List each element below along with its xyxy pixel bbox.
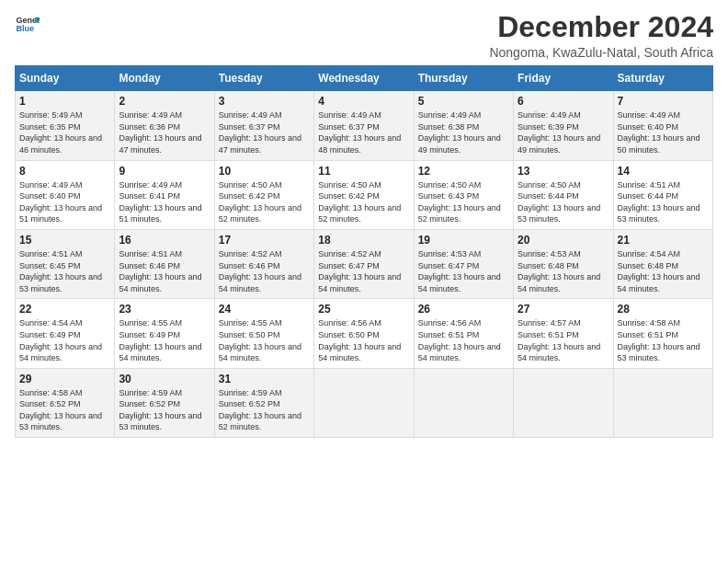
day-number: 1	[19, 95, 110, 108]
day-info: Sunrise: 5:49 AM Sunset: 6:35 PM Dayligh…	[19, 109, 110, 155]
calendar-cell: 19 Sunrise: 4:53 AM Sunset: 6:47 PM Dayl…	[414, 229, 513, 298]
day-number: 10	[219, 165, 310, 178]
day-info: Sunrise: 4:58 AM Sunset: 6:52 PM Dayligh…	[19, 387, 110, 433]
day-info: Sunrise: 4:49 AM Sunset: 6:37 PM Dayligh…	[219, 109, 310, 155]
day-info: Sunrise: 4:54 AM Sunset: 6:48 PM Dayligh…	[618, 248, 709, 294]
day-number: 20	[518, 234, 609, 247]
calendar-cell: 12 Sunrise: 4:50 AM Sunset: 6:43 PM Dayl…	[414, 160, 513, 229]
day-number: 14	[618, 165, 709, 178]
calendar-cell: 2 Sunrise: 4:49 AM Sunset: 6:36 PM Dayli…	[115, 91, 214, 160]
day-number: 16	[119, 234, 210, 247]
logo-icon: General Blue	[15, 11, 40, 37]
day-info: Sunrise: 4:51 AM Sunset: 6:46 PM Dayligh…	[119, 248, 210, 294]
day-number: 8	[19, 165, 110, 178]
day-number: 29	[19, 373, 110, 385]
day-info: Sunrise: 4:59 AM Sunset: 6:52 PM Dayligh…	[219, 387, 310, 433]
calendar-cell: 4 Sunrise: 4:49 AM Sunset: 6:37 PM Dayli…	[314, 91, 414, 160]
day-info: Sunrise: 4:59 AM Sunset: 6:52 PM Dayligh…	[119, 387, 210, 433]
calendar-cell: 29 Sunrise: 4:58 AM Sunset: 6:52 PM Dayl…	[16, 368, 115, 437]
day-info: Sunrise: 4:54 AM Sunset: 6:49 PM Dayligh…	[19, 317, 110, 363]
calendar-cell	[613, 368, 712, 437]
calendar-cell: 8 Sunrise: 4:49 AM Sunset: 6:40 PM Dayli…	[16, 160, 115, 229]
day-info: Sunrise: 4:53 AM Sunset: 6:48 PM Dayligh…	[518, 248, 609, 294]
calendar-week-1: 1 Sunrise: 5:49 AM Sunset: 6:35 PM Dayli…	[16, 91, 713, 160]
day-number: 23	[119, 303, 210, 316]
day-number: 3	[219, 95, 310, 108]
subtitle: Nongoma, KwaZulu-Natal, South Africa	[489, 45, 713, 60]
day-info: Sunrise: 4:49 AM Sunset: 6:37 PM Dayligh…	[318, 109, 409, 155]
day-number: 26	[418, 303, 509, 316]
calendar-cell: 27 Sunrise: 4:57 AM Sunset: 6:51 PM Dayl…	[514, 299, 613, 368]
calendar-cell: 6 Sunrise: 4:49 AM Sunset: 6:39 PM Dayli…	[514, 91, 613, 160]
calendar-cell: 22 Sunrise: 4:54 AM Sunset: 6:49 PM Dayl…	[16, 299, 115, 368]
day-number: 13	[518, 165, 609, 178]
day-info: Sunrise: 4:56 AM Sunset: 6:50 PM Dayligh…	[318, 317, 409, 363]
day-info: Sunrise: 4:56 AM Sunset: 6:51 PM Dayligh…	[418, 317, 509, 363]
calendar-cell: 3 Sunrise: 4:49 AM Sunset: 6:37 PM Dayli…	[214, 91, 313, 160]
day-info: Sunrise: 4:51 AM Sunset: 6:44 PM Dayligh…	[618, 179, 709, 225]
day-number: 9	[119, 165, 210, 178]
day-info: Sunrise: 4:50 AM Sunset: 6:42 PM Dayligh…	[219, 179, 310, 225]
calendar-cell: 20 Sunrise: 4:53 AM Sunset: 6:48 PM Dayl…	[514, 229, 613, 298]
logo: General Blue	[15, 11, 40, 37]
header: General Blue December 2024 Nongoma, KwaZ…	[15, 11, 713, 60]
header-sunday: Sunday	[16, 66, 115, 91]
header-wednesday: Wednesday	[314, 66, 414, 91]
day-number: 11	[318, 165, 409, 178]
calendar-cell	[314, 368, 414, 437]
day-info: Sunrise: 4:51 AM Sunset: 6:45 PM Dayligh…	[19, 248, 110, 294]
day-number: 28	[618, 303, 709, 316]
day-number: 25	[318, 303, 409, 316]
calendar-week-3: 15 Sunrise: 4:51 AM Sunset: 6:45 PM Dayl…	[16, 229, 713, 298]
day-number: 15	[19, 234, 110, 247]
calendar-week-2: 8 Sunrise: 4:49 AM Sunset: 6:40 PM Dayli…	[16, 160, 713, 229]
calendar-cell	[514, 368, 613, 437]
day-number: 4	[318, 95, 409, 108]
calendar-cell: 9 Sunrise: 4:49 AM Sunset: 6:41 PM Dayli…	[115, 160, 214, 229]
header-monday: Monday	[115, 66, 214, 91]
day-number: 6	[518, 95, 609, 108]
calendar-cell: 26 Sunrise: 4:56 AM Sunset: 6:51 PM Dayl…	[414, 299, 513, 368]
day-info: Sunrise: 4:50 AM Sunset: 6:44 PM Dayligh…	[518, 179, 609, 225]
calendar-cell: 16 Sunrise: 4:51 AM Sunset: 6:46 PM Dayl…	[115, 229, 214, 298]
calendar-cell: 7 Sunrise: 4:49 AM Sunset: 6:40 PM Dayli…	[613, 91, 712, 160]
calendar-cell: 11 Sunrise: 4:50 AM Sunset: 6:42 PM Dayl…	[314, 160, 414, 229]
day-number: 5	[418, 95, 509, 108]
calendar-cell: 18 Sunrise: 4:52 AM Sunset: 6:47 PM Dayl…	[314, 229, 414, 298]
day-info: Sunrise: 4:49 AM Sunset: 6:36 PM Dayligh…	[119, 109, 210, 155]
calendar-cell: 5 Sunrise: 4:49 AM Sunset: 6:38 PM Dayli…	[414, 91, 513, 160]
header-saturday: Saturday	[613, 66, 712, 91]
day-number: 17	[219, 234, 310, 247]
day-info: Sunrise: 4:49 AM Sunset: 6:40 PM Dayligh…	[618, 109, 709, 155]
day-number: 19	[418, 234, 509, 247]
calendar-table: Sunday Monday Tuesday Wednesday Thursday…	[15, 65, 713, 438]
calendar-body: 1 Sunrise: 5:49 AM Sunset: 6:35 PM Dayli…	[16, 91, 713, 438]
calendar-week-4: 22 Sunrise: 4:54 AM Sunset: 6:49 PM Dayl…	[16, 299, 713, 368]
day-number: 2	[119, 95, 210, 108]
day-info: Sunrise: 4:49 AM Sunset: 6:41 PM Dayligh…	[119, 179, 210, 225]
calendar-cell: 15 Sunrise: 4:51 AM Sunset: 6:45 PM Dayl…	[16, 229, 115, 298]
day-number: 18	[318, 234, 409, 247]
day-number: 12	[418, 165, 509, 178]
day-number: 21	[618, 234, 709, 247]
header-friday: Friday	[514, 66, 613, 91]
calendar-cell: 30 Sunrise: 4:59 AM Sunset: 6:52 PM Dayl…	[115, 368, 214, 437]
calendar-cell: 24 Sunrise: 4:55 AM Sunset: 6:50 PM Dayl…	[214, 299, 313, 368]
day-info: Sunrise: 4:49 AM Sunset: 6:38 PM Dayligh…	[418, 109, 509, 155]
day-info: Sunrise: 4:58 AM Sunset: 6:51 PM Dayligh…	[618, 317, 709, 363]
calendar-cell	[414, 368, 513, 437]
calendar-cell: 31 Sunrise: 4:59 AM Sunset: 6:52 PM Dayl…	[214, 368, 313, 437]
day-info: Sunrise: 4:55 AM Sunset: 6:49 PM Dayligh…	[119, 317, 210, 363]
calendar-cell: 1 Sunrise: 5:49 AM Sunset: 6:35 PM Dayli…	[16, 91, 115, 160]
day-number: 7	[618, 95, 709, 108]
calendar-cell: 17 Sunrise: 4:52 AM Sunset: 6:46 PM Dayl…	[214, 229, 313, 298]
calendar-cell: 21 Sunrise: 4:54 AM Sunset: 6:48 PM Dayl…	[613, 229, 712, 298]
calendar-cell: 23 Sunrise: 4:55 AM Sunset: 6:49 PM Dayl…	[115, 299, 214, 368]
title-block: December 2024 Nongoma, KwaZulu-Natal, So…	[489, 11, 713, 60]
main-title: December 2024	[489, 11, 713, 43]
day-number: 27	[518, 303, 609, 316]
day-number: 30	[119, 373, 210, 385]
day-info: Sunrise: 4:55 AM Sunset: 6:50 PM Dayligh…	[219, 317, 310, 363]
day-info: Sunrise: 4:52 AM Sunset: 6:46 PM Dayligh…	[219, 248, 310, 294]
header-tuesday: Tuesday	[214, 66, 313, 91]
